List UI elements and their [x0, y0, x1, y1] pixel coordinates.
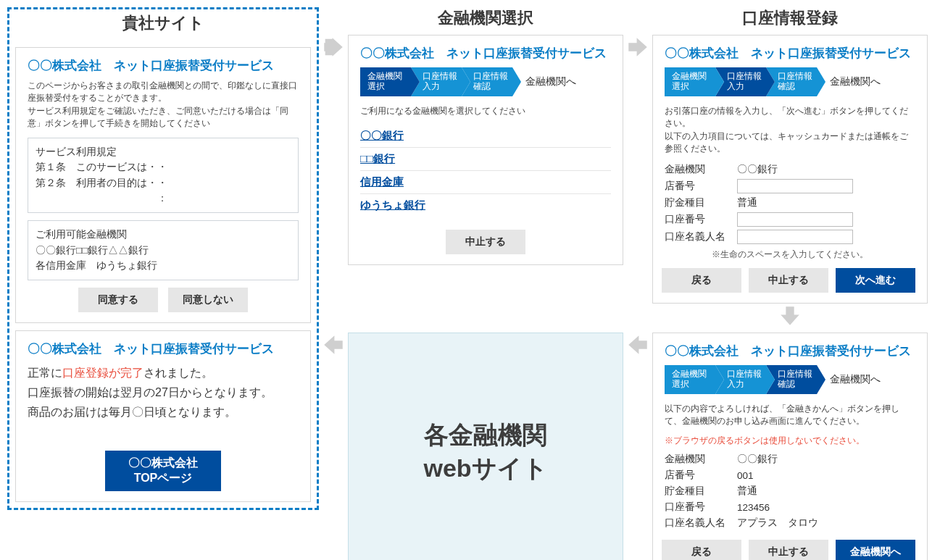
progress-steps: 金融機関 選択 口座情報 入力 口座情報 確認 金融機関へ	[665, 365, 915, 394]
agree-button[interactable]: 同意する	[78, 288, 158, 312]
terms-line: 第２条 利用者の目的は・・	[36, 175, 291, 191]
bank-list: 〇〇銀行 □□銀行 信用金庫 ゆうちょ銀行	[360, 125, 611, 217]
bank-select-card: 〇〇株式会社 ネット口座振替受付サービス 金融機関 選択 口座情報 入力 口座情…	[348, 35, 623, 265]
step-end-label: 金融機関へ	[525, 75, 576, 88]
back-button[interactable]: 戻る	[662, 268, 741, 293]
arrow-left-icon	[623, 333, 652, 357]
confirm-description: 以下の内容でよろしければ、「金融きかんへ」ボタンを押して、金融機関のお申し込み画…	[665, 403, 915, 428]
arrow-right-icon	[623, 35, 652, 59]
next-button[interactable]: 次へ進む	[836, 268, 915, 293]
cancel-button[interactable]: 中止する	[446, 230, 525, 254]
step-select: 金融機関 選択	[665, 365, 715, 394]
terms-box: サービス利用規定 第１条 このサービスは・・ 第２条 利用者の目的は・・ ：	[28, 138, 299, 213]
disagree-button[interactable]: 同意しない	[168, 288, 248, 312]
service-title: 〇〇株式会社 ネット口座振替受付サービス	[28, 58, 299, 74]
account-entry-card: 〇〇株式会社 ネット口座振替受付サービス 金融機関 選択 口座情報 入力 口座情…	[652, 35, 928, 304]
cancel-button[interactable]: 中止する	[749, 540, 828, 560]
arrow-left-icon	[319, 333, 348, 357]
name-input[interactable]	[737, 230, 853, 244]
arrow-right-icon	[319, 35, 348, 59]
progress-steps: 金融機関 選択 口座情報 入力 口座情報 確認 金融機関へ	[665, 67, 915, 96]
external-bank-site-card: 各金融機関webサイト	[348, 333, 623, 560]
ellipsis: ：	[36, 191, 291, 206]
consent-card: 〇〇株式会社 ネット口座振替受付サービス このページからお客さまの取引金融機関と…	[15, 47, 311, 323]
bank-link[interactable]: 信用金庫	[360, 171, 611, 194]
account-input[interactable]	[737, 212, 853, 227]
available-banks-title: ご利用可能金融機関	[36, 227, 291, 243]
service-title: 〇〇株式会社 ネット口座振替受付サービス	[360, 46, 611, 62]
entry-note: ※生命のスペースを入力してください。	[665, 248, 915, 261]
service-title: 〇〇株式会社 ネット口座振替受付サービス	[28, 341, 299, 357]
bank-link[interactable]: 〇〇銀行	[360, 125, 611, 148]
account-confirm-card: 〇〇株式会社 ネット口座振替受付サービス 金融機関 選択 口座情報 入力 口座情…	[652, 333, 928, 560]
complete-message: 正常に口座登録が完了されました。 口座振替の開始は翌月の27日からとなります。 …	[28, 363, 299, 422]
column-header-your-site: 貴社サイト	[15, 12, 311, 40]
step-select: 金融機関 選択	[360, 67, 411, 96]
browser-back-warning: ※ブラウザの戻るボタンは使用しないでください。	[665, 435, 915, 447]
your-site-column: 貴社サイト 〇〇株式会社 ネット口座振替受付サービス このページからお客さまの取…	[7, 7, 319, 510]
confirm-values: 金融機関〇〇銀行 店番号001 貯金種目普通 口座番号123456 口座名義人名…	[665, 453, 915, 530]
step-end-label: 金融機関へ	[830, 75, 881, 88]
select-prompt: ご利用になる金融機関を選択してください	[360, 105, 611, 117]
back-button[interactable]: 戻る	[662, 540, 741, 560]
terms-line: 第１条 このサービスは・・	[36, 159, 291, 175]
service-title: 〇〇株式会社 ネット口座振替受付サービス	[665, 343, 915, 359]
complete-card: 〇〇株式会社 ネット口座振替受付サービス 正常に口座登録が完了されました。 口座…	[15, 330, 311, 503]
entry-form: 金融機関〇〇銀行 店番号 貯金種目普通 口座番号 口座名義人名	[665, 163, 915, 244]
bank-link[interactable]: ゆうちょ銀行	[360, 194, 611, 217]
column-header-entry: 口座情報登録	[652, 7, 928, 35]
go-to-bank-button[interactable]: 金融機関へ	[836, 540, 915, 560]
service-title: 〇〇株式会社 ネット口座振替受付サービス	[665, 46, 915, 62]
cancel-button[interactable]: 中止する	[749, 268, 828, 293]
progress-steps: 金融機関 選択 口座情報 入力 口座情報 確認 金融機関へ	[360, 67, 611, 96]
step-end-label: 金融機関へ	[830, 373, 881, 386]
terms-title: サービス利用規定	[36, 144, 291, 160]
column-header-select: 金融機関選択	[348, 7, 623, 35]
step-select: 金融機関 選択	[665, 67, 715, 96]
entry-description: お引落口座の情報を入力し、「次へ進む」ボタンを押してください。 以下の入力項目に…	[665, 105, 915, 156]
available-banks-line: 各信用金庫 ゆうちょ銀行	[36, 258, 291, 274]
consent-description: このページからお客さまの取引金融機関との間で、印鑑なしに直接口座振替受付をするこ…	[28, 80, 299, 130]
arrow-down-icon	[652, 304, 928, 328]
branch-input[interactable]	[737, 179, 853, 193]
top-page-button[interactable]: 〇〇株式会社TOPページ	[105, 451, 221, 491]
available-banks-line: 〇〇銀行□□銀行△△銀行	[36, 243, 291, 259]
flow-diagram: 貴社サイト 〇〇株式会社 ネット口座振替受付サービス このページからお客さまの取…	[7, 7, 933, 560]
available-banks-box: ご利用可能金融機関 〇〇銀行□□銀行△△銀行 各信用金庫 ゆうちょ銀行	[28, 220, 299, 280]
bank-link[interactable]: □□銀行	[360, 148, 611, 171]
